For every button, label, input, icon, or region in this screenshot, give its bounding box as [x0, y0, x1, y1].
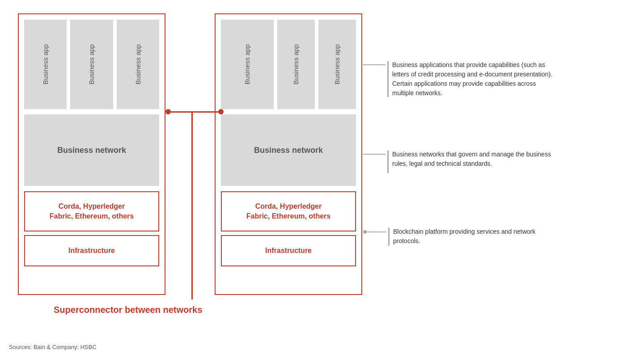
left-network-box: Business app Business app Business app B… — [18, 13, 165, 295]
ann3-bar — [388, 228, 390, 246]
right-app-box-3: Business app — [318, 20, 356, 109]
left-business-network: Business network — [24, 114, 159, 186]
ann1-content: Business applications that provide capab… — [386, 60, 558, 98]
right-business-network: Business network — [221, 114, 356, 186]
right-app-label-3: Business app — [333, 44, 341, 84]
superconnector-label: Superconnector between networks — [54, 305, 202, 315]
left-app-label-2: Business app — [88, 44, 95, 84]
ann2-content: Business networks that govern and manage… — [386, 150, 558, 173]
connector-line-h — [171, 111, 218, 113]
main-container: Business app Business app Business app B… — [9, 9, 635, 358]
ann3-text: Blockchain platform providing services a… — [393, 227, 559, 246]
annotation-1-row: Business applications that provide capab… — [363, 60, 558, 98]
right-business-network-label: Business network — [254, 146, 323, 155]
right-app-label-1: Business app — [243, 44, 251, 84]
source-label: Sources: Bain & Company; HSBC — [9, 343, 97, 351]
left-corda-section: Corda, HyperledgerFabric, Ethereum, othe… — [24, 191, 159, 232]
right-infra-section: Infrastructure — [221, 235, 356, 266]
right-app-box-2: Business app — [277, 20, 315, 109]
left-app-box-1: Business app — [24, 20, 67, 109]
right-apps-row: Business app Business app Business app — [216, 14, 361, 114]
ann2-h-line — [363, 154, 386, 155]
left-corda-label: Corda, HyperledgerFabric, Ethereum, othe… — [50, 202, 134, 222]
left-connector-dot — [165, 109, 171, 114]
ann2-text: Business networks that govern and manage… — [392, 150, 558, 168]
superconnector-text: Superconnector between networks — [54, 305, 202, 315]
ann1-bar — [387, 61, 389, 97]
ann1-h-line — [363, 64, 386, 65]
right-corda-section: Corda, HyperledgerFabric, Ethereum, othe… — [221, 191, 356, 232]
left-business-network-label: Business network — [57, 146, 126, 155]
right-corda-label: Corda, HyperledgerFabric, Ethereum, othe… — [246, 202, 331, 222]
annotation-2-row: Business networks that govern and manage… — [363, 150, 558, 173]
vertical-connector — [191, 112, 193, 299]
left-app-label-1: Business app — [42, 44, 49, 84]
right-infra-label: Infrastructure — [265, 246, 312, 256]
annotation-3-row: Blockchain platform providing services a… — [363, 227, 559, 246]
left-app-label-3: Business app — [134, 44, 142, 84]
right-network-box: Business app Business app Business app B… — [215, 13, 362, 295]
ann2-bar — [387, 151, 389, 173]
left-apps-row: Business app Business app Business app — [19, 14, 165, 114]
ann1-text: Business applications that provide capab… — [392, 60, 558, 98]
ann3-content: Blockchain platform providing services a… — [386, 227, 559, 246]
source-text: Sources: Bain & Company; HSBC — [9, 344, 97, 350]
ann3-dot — [363, 230, 367, 234]
ann3-h-line — [367, 232, 386, 232]
right-connector-dot — [218, 109, 224, 114]
left-infra-section: Infrastructure — [24, 235, 159, 266]
left-app-box-3: Business app — [117, 20, 159, 109]
horizontal-connector — [165, 109, 224, 114]
right-app-label-2: Business app — [292, 44, 300, 84]
left-app-box-2: Business app — [70, 20, 113, 109]
right-app-box-1: Business app — [221, 20, 274, 109]
left-infra-label: Infrastructure — [68, 246, 115, 256]
